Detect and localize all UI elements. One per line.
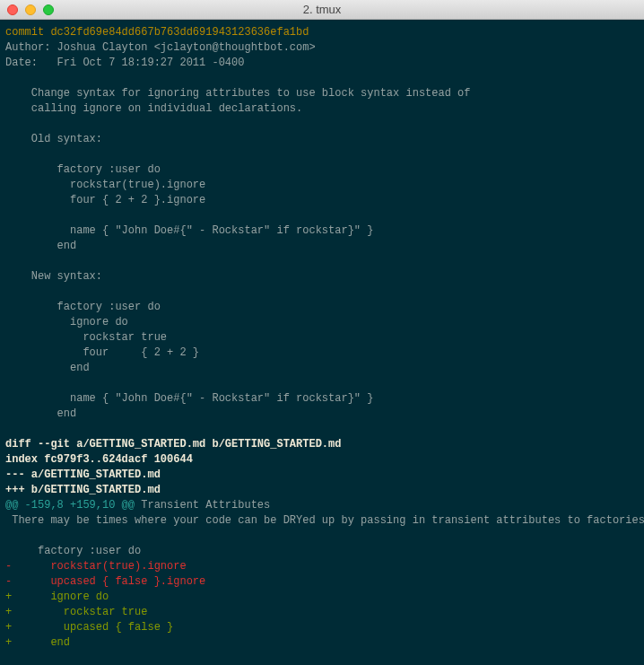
terminal-line: Date: Fri Oct 7 18:19:27 2011 -0400 <box>5 56 639 71</box>
terminal-line: factory :user do <box>5 544 639 559</box>
terminal-line: There may be times where your code can b… <box>5 513 639 529</box>
terminal-line <box>5 254 639 269</box>
window-title: 2. tmux <box>0 3 644 16</box>
terminal-line: end <box>5 407 639 422</box>
traffic-lights <box>7 4 54 15</box>
terminal-line <box>5 71 639 86</box>
terminal-line: calling ignore on individual declaration… <box>5 101 639 117</box>
terminal-line: - rockstar(true).ignore <box>5 559 639 574</box>
minimize-icon[interactable] <box>25 4 36 15</box>
terminal-line <box>5 284 639 300</box>
terminal-line <box>5 529 639 544</box>
terminal-line: factory :user do <box>5 300 639 315</box>
terminal-line: rockstar(true).ignore <box>5 178 639 193</box>
terminal-line: + ignore do <box>5 590 639 605</box>
terminal-line: end <box>5 239 639 254</box>
terminal-line <box>5 208 639 223</box>
terminal-line: @@ -159,8 +159,10 @@ Transient Attribute… <box>5 498 639 513</box>
terminal-line: - upcased { false }.ignore <box>5 574 639 590</box>
terminal-line: Author: Joshua Clayton <jclayton@thought… <box>5 40 639 56</box>
window-titlebar: 2. tmux <box>0 0 644 20</box>
terminal-line: --- a/GETTING_STARTED.md <box>5 468 639 483</box>
zoom-icon[interactable] <box>43 4 54 15</box>
terminal-line: Old syntax: <box>5 132 639 147</box>
terminal-line: rockstar true <box>5 330 639 346</box>
terminal-line: Change syntax for ignoring attributes to… <box>5 86 639 101</box>
terminal-output[interactable]: commit dc32fd69e84dd667b763dd69194312363… <box>0 20 644 656</box>
terminal-line: name { "John Doe#{" - Rockstar" if rocks… <box>5 223 639 239</box>
terminal-line: factory :user do <box>5 162 639 178</box>
close-icon[interactable] <box>7 4 18 15</box>
terminal-line: + upcased { false } <box>5 620 639 635</box>
terminal-line: +++ b/GETTING_STARTED.md <box>5 483 639 498</box>
terminal-line <box>5 376 639 391</box>
terminal-line <box>5 147 639 162</box>
terminal-line: New syntax: <box>5 269 639 284</box>
terminal-line: four { 2 + 2 } <box>5 346 639 361</box>
terminal-line: commit dc32fd69e84dd667b763dd69194312363… <box>5 25 639 40</box>
terminal-line <box>5 422 639 437</box>
terminal-line: + rockstar true <box>5 605 639 620</box>
terminal-line: + end <box>5 635 639 651</box>
terminal-line: ignore do <box>5 315 639 330</box>
terminal-line: end <box>5 361 639 376</box>
terminal-line: index fc979f3..624dacf 100644 <box>5 452 639 468</box>
terminal-line <box>5 117 639 132</box>
terminal-line: diff --git a/GETTING_STARTED.md b/GETTIN… <box>5 437 639 452</box>
terminal-line: name { "John Doe#{" - Rockstar" if rocks… <box>5 391 639 407</box>
terminal-line: four { 2 + 2 }.ignore <box>5 193 639 208</box>
